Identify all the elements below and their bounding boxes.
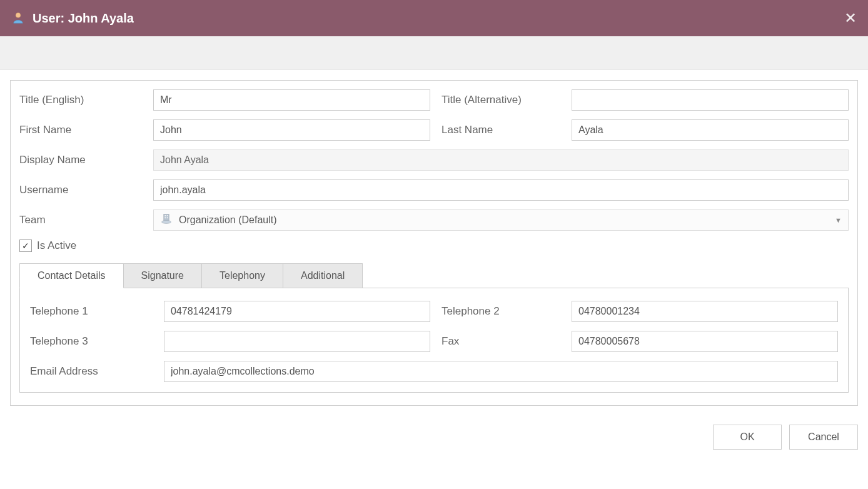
tab-telephony[interactable]: Telephony — [201, 263, 283, 288]
svg-point-0 — [16, 13, 21, 18]
organization-icon — [160, 213, 173, 228]
label-tel3: Telephone 3 — [30, 335, 159, 348]
label-email: Email Address — [30, 365, 159, 378]
email-input[interactable] — [164, 361, 838, 382]
fax-input[interactable] — [572, 331, 838, 352]
label-fax: Fax — [435, 335, 567, 348]
tel1-input[interactable] — [164, 301, 430, 322]
row-username: Username — [19, 179, 849, 201]
label-team: Team — [19, 214, 148, 226]
svg-point-6 — [162, 221, 171, 224]
row-team: Team Organization (Default) — [19, 209, 849, 231]
team-value: Organization (Default) — [179, 214, 277, 226]
user-icon — [11, 11, 25, 26]
label-tel1: Telephone 1 — [30, 305, 159, 318]
checkbox-icon: ✓ — [19, 239, 32, 252]
last-name-input[interactable] — [572, 119, 849, 141]
display-name-field: John Ayala — [153, 149, 849, 171]
label-display-name: Display Name — [19, 154, 148, 166]
username-input[interactable] — [153, 179, 849, 201]
titlebar-left: User: John Ayala — [11, 11, 134, 26]
row-email: Email Address — [30, 361, 838, 382]
close-icon[interactable]: ✕ — [844, 11, 857, 26]
label-tel2: Telephone 2 — [435, 305, 567, 318]
team-dropdown[interactable]: Organization (Default) ▼ — [153, 209, 849, 231]
label-username: Username — [19, 184, 148, 196]
label-last-name: Last Name — [435, 124, 567, 136]
row-tel12: Telephone 1 Telephone 2 — [30, 301, 838, 322]
content-area: Title (English) Title (Alternative) Firs… — [0, 70, 868, 416]
chevron-down-icon: ▼ — [835, 216, 842, 224]
toolbar-strip — [0, 36, 868, 70]
titlebar: User: John Ayala ✕ — [0, 0, 868, 36]
row-name: First Name Last Name — [19, 119, 849, 141]
label-first-name: First Name — [19, 124, 148, 136]
tab-additional[interactable]: Additional — [283, 263, 363, 288]
tab-container: Contact Details Signature Telephony Addi… — [19, 263, 849, 393]
title-english-input[interactable] — [153, 89, 430, 111]
footer-buttons: OK Cancel — [0, 416, 868, 460]
row-tel3fax: Telephone 3 Fax — [30, 331, 838, 352]
label-title-alternative: Title (Alternative) — [435, 94, 567, 106]
cancel-button[interactable]: Cancel — [789, 425, 858, 450]
window-title: User: John Ayala — [33, 11, 134, 26]
tel2-input[interactable] — [572, 301, 838, 322]
first-name-input[interactable] — [153, 119, 430, 141]
label-title-english: Title (English) — [19, 94, 148, 106]
svg-rect-5 — [167, 218, 168, 219]
svg-rect-3 — [167, 215, 168, 216]
row-title: Title (English) Title (Alternative) — [19, 89, 849, 111]
tel3-input[interactable] — [164, 331, 430, 352]
is-active-label: Is Active — [37, 239, 76, 252]
is-active-checkbox[interactable]: ✓ Is Active — [19, 239, 849, 252]
svg-rect-4 — [165, 218, 166, 219]
row-display-name: Display Name John Ayala — [19, 149, 849, 171]
tab-body-contact: Telephone 1 Telephone 2 Telephone 3 Fax … — [19, 288, 849, 393]
tab-contact-details[interactable]: Contact Details — [19, 263, 124, 288]
tab-header: Contact Details Signature Telephony Addi… — [19, 263, 849, 288]
svg-rect-2 — [165, 215, 166, 216]
title-alternative-input[interactable] — [572, 89, 849, 111]
svg-rect-1 — [164, 214, 169, 221]
ok-button[interactable]: OK — [713, 425, 782, 450]
form-panel: Title (English) Title (Alternative) Firs… — [10, 80, 858, 406]
tab-signature[interactable]: Signature — [123, 263, 203, 288]
